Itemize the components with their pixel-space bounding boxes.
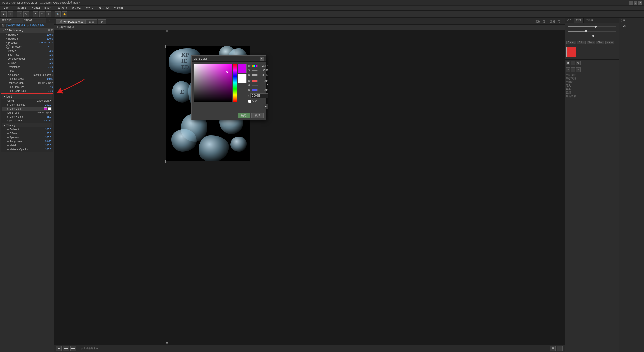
tri-metal[interactable]: ▶	[7, 144, 9, 147]
tri-light[interactable]: ▼	[4, 95, 6, 98]
param-light-height[interactable]: ▶ Light Height 63.0	[2, 115, 52, 119]
panel-tab-align[interactable]: 元于	[46, 18, 54, 23]
bar-h[interactable]	[252, 65, 258, 67]
color-gradient-square[interactable]	[194, 64, 232, 102]
val-metal[interactable]: 100.0	[41, 144, 51, 147]
light-color-swatch[interactable]	[44, 107, 51, 110]
param-light-color[interactable]: ▶ Light Color	[2, 107, 52, 111]
val-using[interactable]: Effect Light ▾	[37, 99, 51, 102]
sidebar-tab-2[interactable]: 活动	[619, 23, 644, 29]
param-light-intensity[interactable]: ▶ Light Intensity 100.0	[2, 103, 52, 107]
full-screen-btn[interactable]: ⛶	[557, 346, 563, 351]
tri-ry[interactable]: ▶	[6, 38, 7, 40]
handle-tl[interactable]	[166, 30, 168, 32]
param-specular[interactable]: ▶ Specular 100.0	[2, 135, 52, 139]
option-nano2[interactable]: Nano	[605, 41, 614, 44]
minimize-button[interactable]: ─	[629, 1, 633, 5]
option-nano[interactable]: Nano	[587, 41, 595, 44]
param-ambient[interactable]: ▶ Ambient 100.0	[2, 127, 52, 131]
tri-matop[interactable]: ▶	[7, 148, 9, 151]
italic-btn[interactable]: I	[571, 61, 575, 65]
bold-btn[interactable]: B	[566, 61, 570, 65]
val-direction[interactable]: ↕ 1x+0.0°	[43, 45, 53, 48]
tri-amb[interactable]: ▶	[7, 128, 9, 131]
param-blob-influence[interactable]: Blob Influence 100.0%	[0, 77, 54, 81]
toolbar-zoom[interactable]: 🔍	[55, 11, 61, 17]
param-using[interactable]: Using Effect Light ▾	[2, 99, 52, 103]
val-light-height[interactable]: 63.0	[41, 115, 51, 118]
val-longevity[interactable]: 1.0	[43, 57, 53, 60]
underline-btn[interactable]: U	[576, 61, 581, 65]
param-influence-map[interactable]: Influence Map Blob in & out ▾	[0, 81, 54, 85]
param-roughness[interactable]: ▶ Roughness 0.020	[2, 139, 52, 143]
tri-lh[interactable]: ▶	[7, 116, 9, 118]
option-clind2[interactable]: Clind	[596, 41, 604, 44]
val-resistance[interactable]: 0.30	[43, 66, 53, 68]
tri-li[interactable]: ▶	[7, 104, 9, 106]
bar-r[interactable]	[252, 80, 258, 82]
close-button[interactable]: ✕	[638, 1, 642, 5]
handle-bl[interactable]	[166, 342, 168, 344]
param-blob-death-size[interactable]: Blob Death Size 0.90	[0, 89, 54, 93]
val-ambient[interactable]: 100.0	[41, 128, 51, 131]
tri-rough[interactable]: ▶	[7, 140, 9, 143]
section-light[interactable]: ▼ Light	[2, 94, 52, 99]
val-specular[interactable]: 100.0	[41, 136, 51, 139]
props-tab-align[interactable]: 对齐	[565, 18, 574, 23]
toolbar-btn-4[interactable]: ↪	[23, 11, 29, 17]
next-frame-btn[interactable]: ▶▶	[70, 346, 76, 351]
toolbar-btn-2[interactable]: ⏸	[8, 11, 13, 17]
menu-layer[interactable]: 图层(L)	[42, 6, 55, 10]
bar-g[interactable]	[252, 85, 258, 86]
menu-file[interactable]: 文件(F)	[1, 6, 14, 10]
slider-1-thumb[interactable]	[595, 26, 597, 28]
val-birth-rate[interactable]: 1.0	[43, 53, 53, 56]
param-resistance[interactable]: Resistance 0.30	[0, 65, 54, 69]
slider-3-thumb[interactable]	[592, 35, 594, 37]
tri-shading[interactable]: ▼	[4, 124, 6, 126]
panel-tab-fx[interactable]: 效果控件	[0, 18, 23, 23]
tri-rx[interactable]: ▶	[6, 34, 7, 36]
val-roughness[interactable]: 0.020	[41, 140, 51, 143]
param-radius-x[interactable]: ▶ Radius X 100.0	[0, 33, 54, 37]
option-clind[interactable]: Clind	[577, 41, 586, 44]
section-shading[interactable]: ▼ Shading	[2, 123, 52, 127]
val-extra[interactable]: 1.0	[43, 70, 53, 72]
eyedropper-button[interactable]: ✒	[263, 104, 268, 109]
align-left-btn[interactable]: ≡	[566, 67, 570, 72]
triangle-mercury[interactable]: ▼	[2, 29, 4, 32]
val-velocity[interactable]: 2.0	[43, 49, 53, 52]
prev-frame-btn[interactable]: ◀◀	[63, 346, 69, 351]
val-radius-y[interactable]: 210.0	[43, 37, 53, 40]
param-metal[interactable]: ▶ Metal 100.0	[2, 143, 52, 147]
param-light-direction[interactable]: Light Direction 0x-43.0°	[2, 119, 52, 123]
menu-window[interactable]: 窗口(W)	[97, 6, 111, 10]
align-right-btn[interactable]: ≡	[576, 67, 581, 72]
val-material-opacity[interactable]: 100.0	[41, 148, 51, 151]
val-light-type[interactable]: Distant Light ▾	[37, 111, 51, 114]
param-blob-birth-size[interactable]: Blob Birth Size 1.40	[0, 85, 54, 89]
confirm-button[interactable]: 确定	[238, 113, 250, 118]
val-light-intensity[interactable]: 100.0	[41, 103, 51, 106]
menu-effect[interactable]: 效果(T)	[56, 6, 69, 10]
dialog-close-button[interactable]: ✕	[260, 57, 264, 61]
tab-focus[interactable]: 聚焦	[86, 19, 97, 24]
view-settings-btn[interactable]: ⚙	[550, 346, 556, 351]
val-blob-death-size[interactable]: 0.90	[43, 90, 53, 92]
param-birth-rate[interactable]: Birth Rate 1.0	[0, 53, 54, 57]
option-caring[interactable]: Caring	[566, 41, 576, 44]
tab-comp-main[interactable]: 🎬 水水结晶调色局	[56, 19, 86, 24]
slider-2[interactable]	[568, 31, 616, 32]
param-producer[interactable]: ▶ Producer ↕ 565.5,300.0	[0, 41, 54, 45]
menu-edit[interactable]: 编辑(E)	[15, 6, 28, 10]
toolbar-text[interactable]: T	[46, 11, 51, 17]
param-longevity[interactable]: Longevity (sec) 1.0	[0, 57, 54, 61]
val-diffuse[interactable]: 20.0	[41, 132, 51, 135]
cancel-button[interactable]: 取消	[251, 113, 264, 118]
sidebar-tab-1[interactable]: 预设	[619, 18, 644, 23]
val-radius-x[interactable]: 100.0	[43, 33, 53, 36]
param-light-type[interactable]: Light Type Distant Light ▾	[2, 111, 52, 115]
val-blob-influence[interactable]: 100.0%	[43, 78, 53, 80]
val-gravity[interactable]: -1.0	[43, 61, 53, 64]
tri-spec[interactable]: ▶	[7, 136, 9, 139]
